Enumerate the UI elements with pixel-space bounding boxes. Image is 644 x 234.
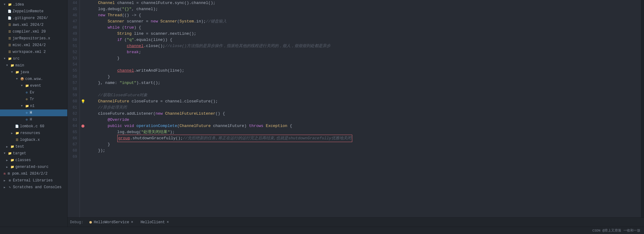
line-num-55: 55 (70, 68, 77, 74)
sidebar-item-classes[interactable]: ▶ 📁 classes (0, 157, 67, 164)
line-num-47: 47 (70, 18, 77, 25)
folder-icon: 📦 (20, 77, 24, 81)
xml-icon: ☰ (7, 23, 12, 27)
lib-icon: ⊞ (8, 178, 12, 183)
gutter-65 (80, 129, 86, 135)
gutter-67 (80, 141, 86, 148)
line-num-44: 44 (70, 0, 77, 6)
sidebar-label: H (30, 111, 32, 115)
sidebar-item-test[interactable]: ▶ 📁 test (0, 143, 67, 150)
sidebar-label: lombok.c 60 (20, 124, 44, 129)
code-text: }); (88, 148, 105, 154)
code-text: while (true) { (88, 25, 141, 31)
code-text: //异步处理关闭 (88, 105, 127, 111)
code-text: String line = scanner.nextLine(); (88, 31, 196, 37)
sidebar-label: misc.xml 2024/2 (13, 43, 46, 47)
line-num-59: 59 (70, 92, 77, 98)
debug-tabs: Debug: HelloWordService × HelloClient × (70, 218, 173, 227)
gutter-52 (80, 49, 86, 55)
sidebar-label: Ev (30, 90, 34, 95)
file-icon: 📄 (15, 124, 19, 129)
code-text: Scanner scanner = new Scanner(System.in)… (88, 18, 227, 25)
sidebar-item-n1[interactable]: ▼ 📁 n1 (0, 103, 67, 109)
close-tab-icon[interactable]: × (131, 220, 133, 224)
line-num-58: 58 (70, 86, 77, 92)
gutter-64 (80, 123, 86, 129)
sidebar-label: ZeppelinRemote (13, 9, 44, 14)
sidebar-item-java[interactable]: ▼ 📁 java (0, 69, 67, 76)
code-text: log.debug("{}", channel); (88, 6, 158, 12)
sidebar-item-zeppelin[interactable]: 📄 ZeppelinRemote (0, 8, 67, 15)
expand-arrow: ▶ (5, 165, 9, 169)
sidebar-item-src[interactable]: ▼ 📁 src (0, 55, 67, 62)
line-num-54: 54 (70, 61, 77, 68)
sidebar-item-ev[interactable]: ⊙ Ev (0, 89, 67, 96)
sidebar-item-comwsw[interactable]: ▼ 📦 com.wsw. (0, 76, 67, 82)
scratch-icon: ✎ (8, 185, 12, 189)
expand-arrow: ▶ (2, 185, 7, 189)
gutter-57 (80, 80, 86, 86)
code-content[interactable]: Channel channel = channelFuture.sync().c… (86, 0, 641, 217)
sidebar-item-jarrepo[interactable]: ☰ jarRepositories.x (0, 35, 67, 42)
sidebar-item-logback[interactable]: ☰ logback.x (0, 137, 67, 143)
sidebar-item-idea[interactable]: ▼ 📁 .idea (0, 1, 67, 8)
code-line-65: log.debug("处理关闭结果"); (88, 129, 638, 135)
code-line-53: } (88, 55, 638, 61)
red-box-highlight: group.shutdownGracefully();//先拒绝新的任务,将正在… (117, 135, 352, 142)
line-num-50: 50 (70, 37, 77, 43)
expand-arrow: ▶ (2, 178, 7, 183)
sidebar-item-misc[interactable]: ☰ misc.xml 2024/2 (0, 42, 67, 49)
sidebar-item-main[interactable]: ▼ 📁 main (0, 62, 67, 69)
sidebar-item-aws[interactable]: ☰ aws.xml 2024/2 (0, 22, 67, 28)
sidebar-label: Scratches and Consoles (13, 185, 61, 189)
line-num-46: 46 (70, 12, 77, 18)
code-line-48: while (true) { (88, 25, 638, 31)
code-line-64: public void operationComplete(ChannelFut… (88, 123, 638, 129)
sidebar-item-lombok[interactable]: 📄 lombok.c 60 (0, 123, 67, 130)
expand-arrow: ▶ (10, 131, 14, 135)
line-num-48: 48 (70, 25, 77, 31)
folder-icon: 📁 (8, 2, 12, 7)
code-line-55: channel.writeAndFlush(line); (88, 68, 638, 74)
sidebar-item-compiler[interactable]: ☰ compiler.xml 20 (0, 28, 67, 35)
sidebar-item-workspace[interactable]: ☰ workspace.xml 2 (0, 49, 67, 55)
line-num-69: 69 (70, 154, 77, 160)
code-text: //获取ClosedFuture对象 (88, 92, 147, 98)
line-num-51: 51 (70, 43, 77, 49)
code-text: Channel channel = channelFuture.sync().c… (88, 0, 215, 6)
line-num-45: 45 (70, 6, 77, 12)
sidebar-item-event[interactable]: ▼ 📁 event (0, 82, 67, 89)
bulb-icon: 💡 (81, 99, 85, 104)
line-num-62: 62 (70, 111, 77, 117)
breakpoint-icon (81, 125, 84, 128)
code-text: channel.writeAndFlush(line); (88, 68, 184, 74)
sidebar-item-gitignore[interactable]: 📄 .gitignore 2024/ (0, 15, 67, 22)
expand-arrow: ▶ (5, 158, 9, 162)
line-numbers: 44 45 46 47 48 49 50 51 52 53 54 55 56 5… (68, 0, 80, 217)
code-container: 44 45 46 47 48 49 50 51 52 53 54 55 56 5… (68, 0, 644, 217)
sidebar-item-resources[interactable]: ▶ 📁 resources (0, 130, 67, 137)
sidebar-item-tr[interactable]: ⊙ Tr (0, 96, 67, 103)
scrollbar[interactable] (641, 0, 644, 217)
sidebar-item-H2[interactable]: ⊙ H (0, 116, 67, 123)
code-text: public void operationComplete(ChannelFut… (88, 123, 292, 129)
code-text: break; (88, 49, 141, 55)
sidebar-item-generated[interactable]: ▶ 📁 generated-sourc (0, 164, 67, 170)
code-line-45: log.debug("{}", channel); (88, 6, 638, 12)
sidebar-item-scratches[interactable]: ▶ ✎ Scratches and Consoles (0, 184, 67, 191)
debug-tab-helloclient[interactable]: HelloClient × (137, 218, 173, 227)
sidebar-item-pom[interactable]: m m pom.xml 2024/2/2 (0, 170, 67, 177)
debug-tab-helloword[interactable]: HelloWordService × (86, 218, 137, 227)
sidebar-item-H1[interactable]: ⊙ H (0, 109, 67, 116)
line-num-57: 57 (70, 80, 77, 86)
xml-icon: ☰ (7, 43, 12, 47)
sidebar-item-extlibs[interactable]: ▶ ⊞ External Libraries (0, 177, 67, 184)
close-tab-icon[interactable]: × (167, 220, 169, 224)
java-icon: ⊙ (25, 111, 29, 115)
folder-icon: 📁 (10, 158, 14, 162)
sidebar-item-target[interactable]: ▼ 📁 target (0, 150, 67, 157)
sidebar-label: External Libraries (13, 178, 53, 183)
sidebar-label: jarRepositories.x (13, 36, 50, 41)
gutter-63 (80, 117, 86, 123)
code-text: } (88, 74, 110, 80)
